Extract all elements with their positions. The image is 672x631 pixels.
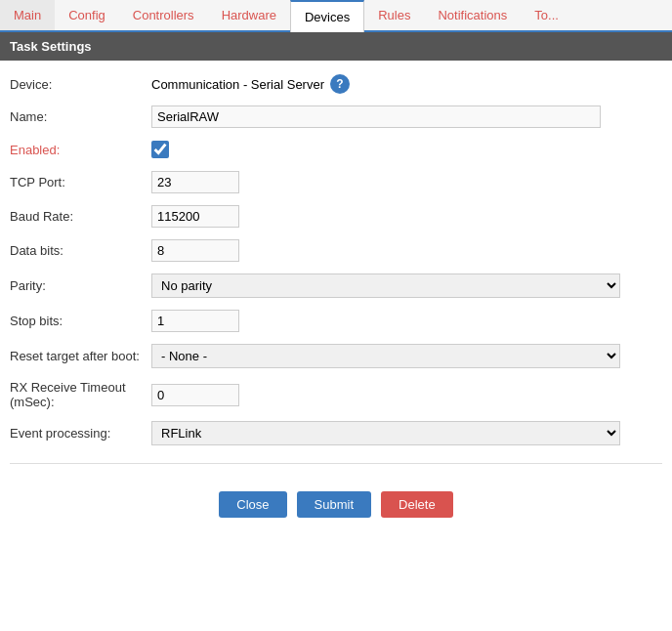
baud-rate-label: Baud Rate: — [10, 209, 151, 224]
rx-timeout-row: RX Receive Timeout (mSec): — [10, 374, 662, 415]
name-row: Name: — [10, 100, 662, 134]
tab-devices[interactable]: Devices — [290, 0, 364, 32]
device-row: Device: Communication - Serial Server ? — [10, 68, 662, 100]
name-input[interactable] — [151, 105, 601, 128]
baud-rate-row: Baud Rate: — [10, 199, 662, 233]
event-processing-label: Event processing: — [10, 426, 151, 441]
help-icon[interactable]: ? — [330, 74, 350, 94]
data-bits-value-container — [151, 239, 662, 262]
section-header: Task Settings — [0, 32, 672, 61]
stop-bits-value-container — [151, 310, 662, 332]
tab-config[interactable]: Config — [55, 0, 119, 30]
stop-bits-input[interactable] — [151, 310, 239, 332]
reset-select[interactable]: - None - Reset Hard Reset — [151, 344, 620, 368]
tcp-port-label: TCP Port: — [10, 175, 151, 189]
task-settings-form: Device: Communication - Serial Server ? … — [0, 61, 672, 545]
data-bits-input[interactable] — [151, 239, 239, 262]
tab-main[interactable]: Main — [0, 0, 55, 30]
rx-timeout-value-container — [151, 384, 662, 406]
enabled-row: Enabled: — [10, 134, 662, 165]
reset-row: Reset target after boot: - None - Reset … — [10, 338, 662, 374]
reset-value-container: - None - Reset Hard Reset — [151, 344, 662, 368]
tab-controllers[interactable]: Controllers — [119, 0, 208, 30]
delete-button[interactable]: Delete — [381, 491, 453, 518]
tab-rules[interactable]: Rules — [364, 0, 424, 30]
data-bits-label: Data bits: — [10, 243, 151, 258]
event-processing-row: Event processing: RFLink Generic None — [10, 415, 662, 451]
tab-hardware[interactable]: Hardware — [208, 0, 290, 30]
rx-timeout-input[interactable] — [151, 384, 239, 406]
data-bits-row: Data bits: — [10, 233, 662, 268]
tab-bar: Main Config Controllers Hardware Devices… — [0, 0, 672, 32]
enabled-label: Enabled: — [10, 143, 151, 157]
submit-button[interactable]: Submit — [297, 491, 371, 518]
parity-label: Parity: — [10, 278, 151, 293]
device-label: Device: — [10, 77, 151, 92]
enabled-value-container — [151, 141, 662, 158]
form-divider — [10, 463, 662, 464]
event-processing-value-container: RFLink Generic None — [151, 421, 662, 445]
enabled-checkbox[interactable] — [151, 141, 169, 158]
device-type-text: Communication - Serial Server — [151, 77, 324, 92]
reset-label: Reset target after boot: — [10, 349, 151, 363]
parity-select[interactable]: No parity Odd Even Mark Space — [151, 273, 620, 298]
stop-bits-label: Stop bits: — [10, 314, 151, 328]
stop-bits-row: Stop bits: — [10, 304, 662, 338]
tcp-port-input[interactable] — [151, 171, 239, 193]
name-value-container — [151, 105, 662, 128]
tab-notifications[interactable]: Notifications — [424, 0, 521, 30]
tab-tools[interactable]: To... — [521, 0, 572, 30]
parity-value-container: No parity Odd Even Mark Space — [151, 273, 662, 298]
baud-rate-input[interactable] — [151, 205, 239, 228]
device-value-container: Communication - Serial Server ? — [151, 74, 662, 94]
close-button[interactable]: Close — [219, 491, 286, 518]
tcp-port-value-container — [151, 171, 662, 193]
name-label: Name: — [10, 109, 151, 124]
button-row: Close Submit Delete — [10, 476, 662, 537]
tcp-port-row: TCP Port: — [10, 165, 662, 199]
event-processing-select[interactable]: RFLink Generic None — [151, 421, 620, 445]
parity-row: Parity: No parity Odd Even Mark Space — [10, 268, 662, 304]
baud-rate-value-container — [151, 205, 662, 228]
rx-timeout-label: RX Receive Timeout (mSec): — [10, 380, 151, 409]
